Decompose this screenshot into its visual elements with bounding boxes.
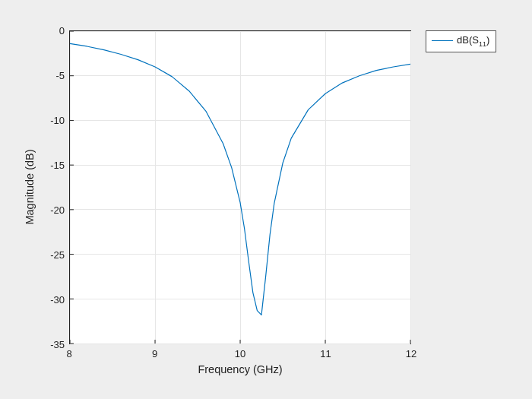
- legend-text-close: ): [486, 34, 489, 46]
- plot-svg: [70, 31, 410, 344]
- x-tick-label: 8: [66, 348, 71, 359]
- y-tick-label: -35: [50, 339, 65, 350]
- legend[interactable]: dB(S11): [426, 30, 496, 52]
- y-tick-label: -10: [50, 115, 65, 126]
- x-tick-label: 9: [152, 348, 157, 359]
- plot-axes[interactable]: [69, 30, 411, 344]
- y-tick-label: -25: [50, 249, 65, 261]
- y-tick-label: -15: [50, 160, 65, 171]
- legend-text-sub: 11: [479, 40, 486, 48]
- legend-entry-s11: dB(S11): [457, 34, 489, 46]
- x-tick-label: 12: [406, 348, 416, 359]
- y-tick-label: -5: [55, 70, 65, 81]
- x-tick-label: 10: [235, 348, 245, 359]
- y-tick-label: -20: [50, 204, 65, 216]
- legend-swatch-icon: [432, 40, 453, 41]
- figure-window: 89101112 -35-30-25-20-15-10-50 Frequency…: [0, 0, 532, 399]
- y-tick-label: -30: [50, 294, 65, 306]
- x-axis-label: Frequency (GHz): [198, 363, 282, 375]
- y-tick-label: 0: [59, 25, 65, 36]
- x-tick-label: 11: [320, 348, 331, 359]
- legend-text-main: dB(S: [457, 34, 479, 46]
- grid-lines: [70, 31, 410, 344]
- y-axis-label: Magnitude (dB): [24, 149, 36, 224]
